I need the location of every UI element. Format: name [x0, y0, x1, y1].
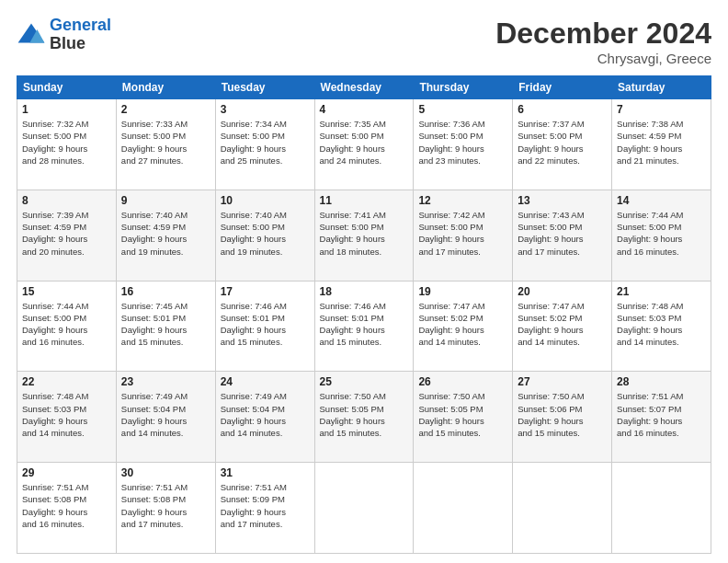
day-number: 3 — [221, 103, 310, 116]
calendar: SundayMondayTuesdayWednesdayThursdayFrid… — [17, 75, 711, 554]
calendar-cell: 20Sunrise: 7:47 AMSunset: 5:02 PMDayligh… — [513, 281, 612, 372]
calendar-week-row: 1Sunrise: 7:32 AMSunset: 5:00 PMDaylight… — [17, 99, 711, 190]
day-number: 27 — [518, 375, 607, 388]
day-info: Sunrise: 7:47 AMSunset: 5:02 PMDaylight:… — [518, 300, 607, 349]
day-number: 7 — [617, 103, 706, 116]
weekday-header: Sunday — [17, 76, 117, 99]
day-info: Sunrise: 7:40 AMSunset: 4:59 PMDaylight:… — [121, 209, 210, 258]
day-info: Sunrise: 7:50 AMSunset: 5:05 PMDaylight:… — [418, 390, 507, 439]
calendar-cell: 9Sunrise: 7:40 AMSunset: 4:59 PMDaylight… — [116, 190, 215, 281]
calendar-cell: 3Sunrise: 7:34 AMSunset: 5:00 PMDaylight… — [215, 99, 314, 190]
day-number: 13 — [518, 194, 607, 207]
day-number: 29 — [22, 466, 111, 479]
month-title: December 2024 — [495, 17, 711, 51]
calendar-week-row: 8Sunrise: 7:39 AMSunset: 4:59 PMDaylight… — [17, 190, 711, 281]
calendar-cell: 22Sunrise: 7:48 AMSunset: 5:03 PMDayligh… — [17, 372, 117, 463]
day-number: 30 — [121, 466, 210, 479]
title-block: December 2024 Chrysavgi, Greece — [495, 17, 711, 66]
weekday-header: Monday — [116, 76, 215, 99]
day-number: 9 — [121, 194, 210, 207]
calendar-cell: 18Sunrise: 7:46 AMSunset: 5:01 PMDayligh… — [314, 281, 414, 372]
day-info: Sunrise: 7:42 AMSunset: 5:00 PMDaylight:… — [418, 209, 507, 258]
day-number: 21 — [617, 285, 706, 298]
calendar-cell: 29Sunrise: 7:51 AMSunset: 5:08 PMDayligh… — [17, 463, 117, 554]
day-info: Sunrise: 7:35 AMSunset: 5:00 PMDaylight:… — [320, 118, 409, 167]
calendar-cell: 31Sunrise: 7:51 AMSunset: 5:09 PMDayligh… — [215, 463, 314, 554]
day-number: 11 — [320, 194, 409, 207]
day-number: 2 — [121, 103, 210, 116]
calendar-cell — [414, 463, 513, 554]
logo-line1: General — [50, 16, 111, 34]
day-number: 4 — [320, 103, 409, 116]
day-number: 14 — [617, 194, 706, 207]
day-info: Sunrise: 7:44 AMSunset: 5:00 PMDaylight:… — [22, 300, 111, 349]
day-info: Sunrise: 7:37 AMSunset: 5:00 PMDaylight:… — [518, 118, 607, 167]
day-info: Sunrise: 7:48 AMSunset: 5:03 PMDaylight:… — [22, 390, 111, 439]
logo-line2: Blue — [50, 35, 111, 53]
day-info: Sunrise: 7:51 AMSunset: 5:08 PMDaylight:… — [121, 481, 210, 530]
calendar-cell: 12Sunrise: 7:42 AMSunset: 5:00 PMDayligh… — [414, 190, 513, 281]
calendar-cell: 21Sunrise: 7:48 AMSunset: 5:03 PMDayligh… — [612, 281, 711, 372]
calendar-cell: 24Sunrise: 7:49 AMSunset: 5:04 PMDayligh… — [215, 372, 314, 463]
day-info: Sunrise: 7:47 AMSunset: 5:02 PMDaylight:… — [418, 300, 507, 349]
day-info: Sunrise: 7:34 AMSunset: 5:00 PMDaylight:… — [221, 118, 310, 167]
header: General Blue December 2024 Chrysavgi, Gr… — [17, 17, 711, 66]
calendar-cell: 10Sunrise: 7:40 AMSunset: 5:00 PMDayligh… — [215, 190, 314, 281]
calendar-cell: 15Sunrise: 7:44 AMSunset: 5:00 PMDayligh… — [17, 281, 117, 372]
day-number: 25 — [320, 375, 409, 388]
day-number: 10 — [221, 194, 310, 207]
day-info: Sunrise: 7:36 AMSunset: 5:00 PMDaylight:… — [418, 118, 507, 167]
calendar-cell: 19Sunrise: 7:47 AMSunset: 5:02 PMDayligh… — [414, 281, 513, 372]
day-number: 1 — [22, 103, 111, 116]
day-number: 16 — [121, 285, 210, 298]
calendar-cell: 8Sunrise: 7:39 AMSunset: 4:59 PMDaylight… — [17, 190, 117, 281]
day-number: 17 — [221, 285, 310, 298]
day-number: 24 — [221, 375, 310, 388]
day-number: 26 — [418, 375, 507, 388]
day-info: Sunrise: 7:32 AMSunset: 5:00 PMDaylight:… — [22, 118, 111, 167]
day-info: Sunrise: 7:39 AMSunset: 4:59 PMDaylight:… — [22, 209, 111, 258]
day-info: Sunrise: 7:50 AMSunset: 5:06 PMDaylight:… — [518, 390, 607, 439]
calendar-cell — [314, 463, 414, 554]
day-number: 6 — [518, 103, 607, 116]
day-info: Sunrise: 7:33 AMSunset: 5:00 PMDaylight:… — [121, 118, 210, 167]
day-info: Sunrise: 7:46 AMSunset: 5:01 PMDaylight:… — [221, 300, 310, 349]
day-number: 5 — [418, 103, 507, 116]
day-number: 15 — [22, 285, 111, 298]
calendar-week-row: 22Sunrise: 7:48 AMSunset: 5:03 PMDayligh… — [17, 372, 711, 463]
day-info: Sunrise: 7:50 AMSunset: 5:05 PMDaylight:… — [320, 390, 409, 439]
calendar-cell: 30Sunrise: 7:51 AMSunset: 5:08 PMDayligh… — [116, 463, 215, 554]
day-number: 12 — [418, 194, 507, 207]
location: Chrysavgi, Greece — [495, 51, 711, 66]
day-number: 8 — [22, 194, 111, 207]
page: General Blue December 2024 Chrysavgi, Gr… — [0, 0, 728, 563]
calendar-cell: 26Sunrise: 7:50 AMSunset: 5:05 PMDayligh… — [414, 372, 513, 463]
calendar-cell: 2Sunrise: 7:33 AMSunset: 5:00 PMDaylight… — [116, 99, 215, 190]
calendar-cell: 14Sunrise: 7:44 AMSunset: 5:00 PMDayligh… — [612, 190, 711, 281]
day-number: 23 — [121, 375, 210, 388]
day-number: 31 — [221, 466, 310, 479]
logo: General Blue — [17, 17, 111, 53]
day-info: Sunrise: 7:51 AMSunset: 5:08 PMDaylight:… — [22, 481, 111, 530]
day-info: Sunrise: 7:43 AMSunset: 5:00 PMDaylight:… — [518, 209, 607, 258]
calendar-cell: 28Sunrise: 7:51 AMSunset: 5:07 PMDayligh… — [612, 372, 711, 463]
weekday-header: Thursday — [414, 76, 513, 99]
calendar-cell: 27Sunrise: 7:50 AMSunset: 5:06 PMDayligh… — [513, 372, 612, 463]
day-number: 22 — [22, 375, 111, 388]
day-number: 20 — [518, 285, 607, 298]
day-info: Sunrise: 7:38 AMSunset: 4:59 PMDaylight:… — [617, 118, 706, 167]
calendar-cell: 7Sunrise: 7:38 AMSunset: 4:59 PMDaylight… — [612, 99, 711, 190]
calendar-cell: 1Sunrise: 7:32 AMSunset: 5:00 PMDaylight… — [17, 99, 117, 190]
weekday-header: Wednesday — [314, 76, 414, 99]
calendar-cell: 5Sunrise: 7:36 AMSunset: 5:00 PMDaylight… — [414, 99, 513, 190]
calendar-week-row: 15Sunrise: 7:44 AMSunset: 5:00 PMDayligh… — [17, 281, 711, 372]
day-info: Sunrise: 7:49 AMSunset: 5:04 PMDaylight:… — [121, 390, 210, 439]
day-info: Sunrise: 7:49 AMSunset: 5:04 PMDaylight:… — [221, 390, 310, 439]
calendar-cell: 16Sunrise: 7:45 AMSunset: 5:01 PMDayligh… — [116, 281, 215, 372]
calendar-cell: 6Sunrise: 7:37 AMSunset: 5:00 PMDaylight… — [513, 99, 612, 190]
day-info: Sunrise: 7:40 AMSunset: 5:00 PMDaylight:… — [221, 209, 310, 258]
calendar-cell — [612, 463, 711, 554]
calendar-header-row: SundayMondayTuesdayWednesdayThursdayFrid… — [17, 76, 711, 99]
day-info: Sunrise: 7:45 AMSunset: 5:01 PMDaylight:… — [121, 300, 210, 349]
day-info: Sunrise: 7:44 AMSunset: 5:00 PMDaylight:… — [617, 209, 706, 258]
